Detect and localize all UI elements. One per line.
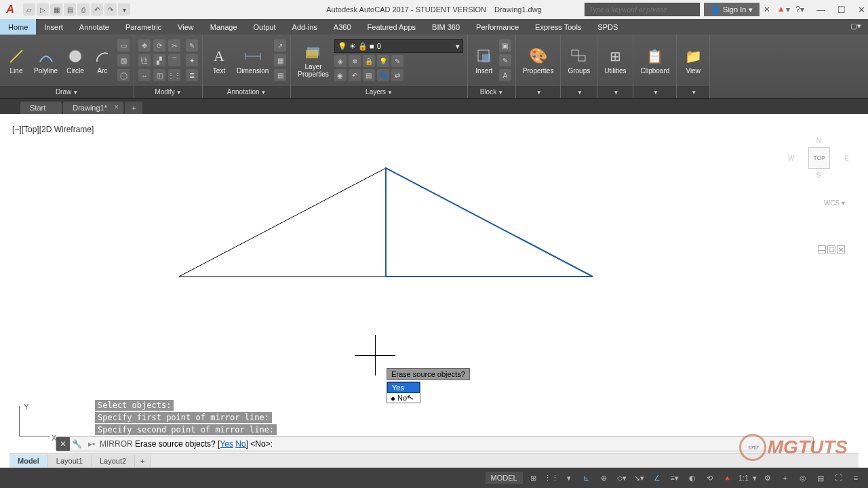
erase-icon[interactable]: ✎ [186, 39, 198, 52]
panel-modify-title[interactable]: Modify▼ [134, 86, 202, 98]
attr-icon[interactable]: A [499, 69, 511, 81]
layer-properties-button[interactable]: Layer Properties [295, 43, 332, 78]
array-icon[interactable]: ⋮⋮ [168, 69, 180, 81]
mtext-icon[interactable]: ▤ [274, 69, 286, 81]
rotate-icon[interactable]: ⟳ [153, 39, 165, 52]
tab-performance[interactable]: Performance [468, 19, 527, 35]
panel-groups-title[interactable]: ▼ [561, 86, 597, 98]
signin-button[interactable]: 👤 Sign In ▾ [704, 3, 760, 16]
text-button[interactable]: AText [207, 47, 231, 75]
layer-lock-icon[interactable]: 🔒 [363, 55, 375, 67]
monitor-icon[interactable]: + [778, 471, 792, 485]
transparency-icon[interactable]: ◐ [686, 471, 699, 485]
app-logo-icon[interactable]: A [3, 3, 17, 16]
offset-icon[interactable]: ≣ [186, 69, 198, 81]
hatch-icon[interactable]: ▨ [117, 54, 130, 66]
qat-redo-icon[interactable]: ↷ [104, 3, 117, 16]
maximize-button[interactable]: ☐ [837, 5, 846, 15]
qat-new-icon[interactable]: ▱ [23, 3, 35, 16]
viewport-label[interactable]: [−][Top][2D Wireframe] [12, 125, 94, 134]
lineweight-icon[interactable]: ≡▾ [668, 471, 682, 485]
layer-state-icon[interactable]: ▤ [363, 69, 375, 81]
tab-home[interactable]: Home [0, 19, 36, 35]
viewcube-s[interactable]: S [788, 171, 849, 179]
hardware-icon[interactable]: ▤ [814, 471, 827, 485]
tab-addins[interactable]: Add-ins [284, 19, 326, 35]
otrack-icon[interactable]: ∠ [650, 471, 664, 485]
layer-walk-icon[interactable]: 👣 [377, 69, 389, 81]
groups-button[interactable]: Groups [565, 47, 593, 75]
properties-button[interactable]: 🎨Properties [520, 47, 557, 75]
qat-open-icon[interactable]: ▷ [37, 3, 49, 16]
cmdline-no[interactable]: No [235, 439, 245, 449]
move-icon[interactable]: ✥ [138, 39, 151, 52]
gear-icon[interactable]: ⚙ [761, 471, 774, 485]
layer-off-icon[interactable]: 💡 [377, 55, 389, 67]
tab-annotate[interactable]: Annotate [71, 19, 117, 35]
clipboard-button[interactable]: 📋Clipboard [637, 47, 672, 75]
tab-output[interactable]: Output [245, 19, 284, 35]
grid-icon[interactable]: ⊞ [527, 471, 540, 485]
command-line[interactable]: ✕ 🔧 ▸▪ MIRROR Erase source objects? [Yes… [56, 436, 814, 451]
panel-draw-title[interactable]: Draw▼ [0, 86, 134, 98]
layer-make-icon[interactable]: ✎ [391, 55, 403, 67]
line-button[interactable]: Line [4, 47, 28, 75]
tab-drawing1[interactable]: Drawing1*✕ [63, 102, 123, 114]
create-block-icon[interactable]: ▣ [499, 39, 511, 52]
copy-icon[interactable]: ⿻ [138, 54, 151, 66]
exchange-icon[interactable]: ✕ [764, 5, 770, 14]
panel-layers-title[interactable]: Layers▼ [291, 86, 467, 98]
search-input[interactable] [585, 3, 700, 16]
insert-button[interactable]: Insert [472, 47, 496, 75]
edit-block-icon[interactable]: ✎ [499, 54, 511, 66]
dimension-button[interactable]: Dimension [234, 47, 271, 75]
polyline-button[interactable]: Polyline [31, 47, 60, 75]
close-button[interactable]: ✕ [858, 5, 865, 15]
layer-iso-icon[interactable]: ◈ [334, 55, 347, 67]
scale-label[interactable]: 1:1 [738, 474, 749, 482]
ortho-icon[interactable]: ⊾ [580, 471, 593, 485]
tab-close-icon[interactable]: ✕ [114, 104, 119, 110]
help-icon[interactable]: ?▾ [795, 5, 804, 14]
rect-icon[interactable]: ▭ [117, 39, 130, 52]
ribbon-options-icon[interactable]: ▢▾ [844, 19, 868, 35]
mirror-icon[interactable]: ▞ [153, 54, 165, 66]
prompt-yes[interactable]: Yes [387, 382, 420, 393]
clean-icon[interactable]: ⛶ [831, 471, 845, 485]
viewcube-top[interactable]: TOP [808, 147, 830, 169]
tab-featured[interactable]: Featured Apps [359, 19, 425, 35]
utilities-button[interactable]: ⊞Utilities [601, 47, 629, 75]
leader-icon[interactable]: ↗ [274, 39, 286, 52]
panel-properties-title[interactable]: ▼ [516, 86, 561, 98]
tab-express[interactable]: Express Tools [527, 19, 589, 35]
tab-spds[interactable]: SPDS [589, 19, 626, 35]
dropdown-icon[interactable]: ▾ [562, 471, 576, 485]
fillet-icon[interactable]: ⌒ [168, 54, 180, 66]
tab-a360[interactable]: A360 [326, 19, 359, 35]
viewcube-wcs[interactable]: WCS ▾ [788, 199, 849, 207]
snap-icon[interactable]: ⋮⋮ [545, 471, 558, 485]
viewcube-w[interactable]: W [788, 155, 794, 162]
layer-prev-icon[interactable]: ↶ [349, 69, 361, 81]
panel-block-title[interactable]: Block▼ [468, 86, 515, 98]
layer-freeze-icon[interactable]: ❄ [349, 55, 361, 67]
osnap-icon[interactable]: ↘▾ [633, 471, 646, 485]
panel-utilities-title[interactable]: ▼ [597, 86, 633, 98]
tab-start[interactable]: Start [20, 102, 62, 114]
isodraft-icon[interactable]: ◇▾ [615, 471, 629, 485]
cmdline-config-icon[interactable]: 🔧 [70, 439, 83, 449]
qat-save-icon[interactable]: ▦ [50, 3, 62, 16]
scale-dropdown-icon[interactable]: ▾ [753, 474, 757, 483]
viewcube[interactable]: N W TOP E S WCS ▾ [788, 137, 849, 207]
customize-icon[interactable]: ≡ [849, 471, 863, 485]
tab-insert[interactable]: Insert [36, 19, 71, 35]
panel-annotation-title[interactable]: Annotation▼ [203, 86, 290, 98]
trim-icon[interactable]: ✂ [168, 39, 180, 52]
arc-button[interactable]: Arc [90, 47, 115, 75]
isolate-icon[interactable]: ◎ [796, 471, 810, 485]
layout-2[interactable]: Layout2 [92, 455, 135, 467]
qat-saveas-icon[interactable]: ▤ [64, 3, 76, 16]
cmdline-close-icon[interactable]: ✕ [56, 437, 70, 451]
scale-icon[interactable]: ◫ [153, 69, 165, 81]
panel-clipboard-title[interactable]: ▼ [633, 86, 676, 98]
